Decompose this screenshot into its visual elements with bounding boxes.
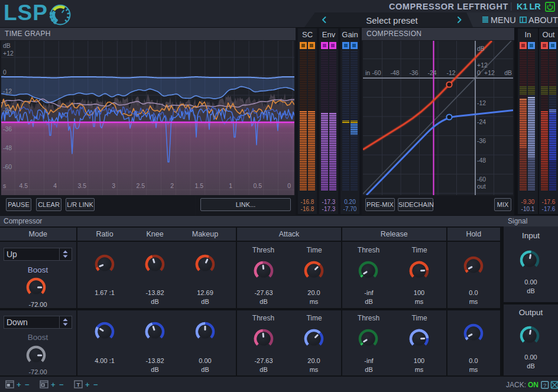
svg-text:+12: +12 [477,61,488,69]
svg-text:+12: +12 [484,69,495,76]
svg-text:dB: dB [504,69,512,76]
svg-text:−: − [93,380,98,389]
svg-text:-12: -12 [3,88,12,95]
svg-text:1: 1 [229,182,232,189]
svg-text:-24: -24 [427,69,436,76]
svg-text:4: 4 [53,182,57,189]
svg-text:-60: -60 [3,163,12,170]
svg-text:−: − [25,380,30,389]
svg-text:0: 0 [3,69,7,76]
svg-text:s: s [3,182,6,189]
svg-text:-24: -24 [3,106,12,114]
svg-text:-60: -60 [372,69,381,76]
svg-text:0.5: 0.5 [253,182,262,189]
svg-text:?: ? [543,382,547,388]
svg-text:-36: -36 [409,69,418,76]
svg-text:-24: -24 [477,118,486,125]
svg-text:dB: dB [477,45,485,52]
svg-text:3: 3 [112,182,115,189]
svg-text:-12: -12 [477,99,486,106]
svg-text:-12: -12 [446,69,455,76]
svg-text:-48: -48 [390,69,399,76]
svg-text:+: + [17,380,21,389]
svg-text:2.5: 2.5 [136,182,145,189]
svg-text:+: + [85,380,90,389]
svg-text:in: in [365,69,370,76]
svg-text:+: + [51,380,56,389]
svg-text:1.5: 1.5 [194,182,203,189]
svg-text:2: 2 [170,182,174,189]
svg-text:0: 0 [477,69,481,76]
svg-text:-48: -48 [477,157,486,164]
svg-text:-60: -60 [477,176,486,183]
svg-text:0: 0 [287,182,291,189]
svg-text:-48: -48 [3,144,12,151]
svg-text:dB: dB [3,42,11,49]
svg-text:-36: -36 [3,125,12,132]
svg-text:out: out [477,183,486,190]
svg-text:-36: -36 [477,137,486,144]
svg-text:−: − [59,380,64,389]
svg-text:4.5: 4.5 [19,182,28,189]
svg-text:T: T [77,381,80,388]
svg-text:3.5: 3.5 [77,182,86,189]
svg-text:+12: +12 [3,50,14,57]
